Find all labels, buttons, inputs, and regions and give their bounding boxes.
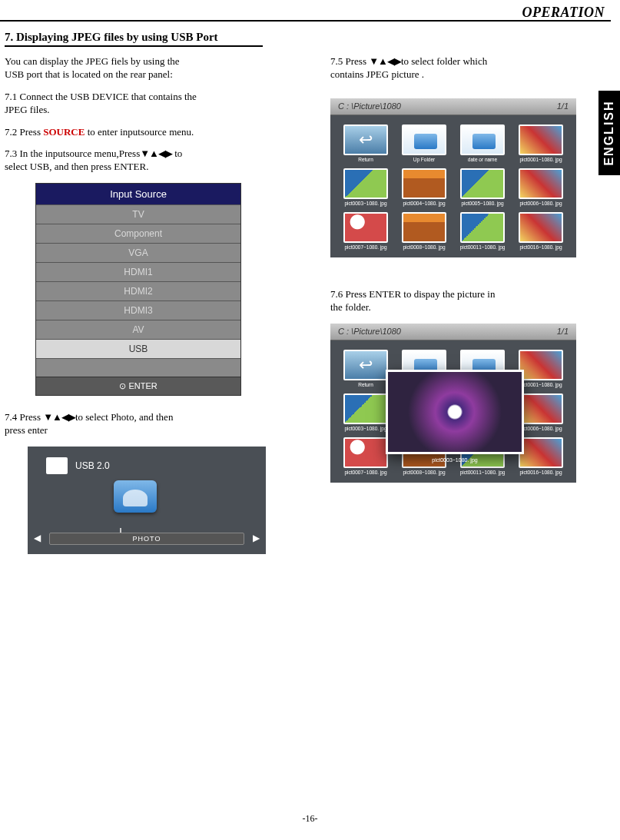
input-source-item-tv[interactable]: TV xyxy=(36,204,240,224)
arrow-keys-icon: ▼▲◀▶ xyxy=(140,148,172,159)
thumbnail[interactable] xyxy=(519,393,563,424)
category-bar-label: PHOTO xyxy=(28,533,266,545)
folder-page-indicator: 1/1 xyxy=(557,101,569,111)
input-source-item-empty xyxy=(36,358,240,377)
arrow-keys-icon: ▼▲◀▶ xyxy=(369,55,401,67)
page-number: -16- xyxy=(0,813,620,825)
image-preview: pict0003~1080. jpg xyxy=(386,370,524,454)
input-source-item-av[interactable]: AV xyxy=(36,320,240,339)
thumbnail[interactable] xyxy=(519,168,563,199)
input-source-item-hdmi3[interactable]: HDMI3 xyxy=(36,300,240,320)
thumbnail[interactable] xyxy=(402,168,446,199)
thumbnail[interactable] xyxy=(343,212,388,243)
left-column: You can display the JPEG fiels by using … xyxy=(5,55,289,554)
input-source-item-vga[interactable]: VGA xyxy=(36,243,240,262)
input-source-item-hdmi1[interactable]: HDMI1 xyxy=(36,262,240,281)
step-7-6: 7.6 Press ENTER to dispay the picture in… xyxy=(330,288,582,314)
input-source-item-hdmi2[interactable]: HDMI2 xyxy=(36,281,240,300)
folder-browser: C : \Picture\1080 1/1 Return Up Folder d… xyxy=(330,98,576,257)
input-source-item-usb[interactable]: USB xyxy=(36,339,240,358)
language-tab: ENGLISH xyxy=(598,91,620,175)
thumbnail[interactable] xyxy=(519,125,563,155)
thumbnail[interactable] xyxy=(343,393,388,424)
input-source-footer: ⊙ ENTER xyxy=(36,377,240,395)
page-title: 7. Displaying JPEG files by using USB Po… xyxy=(5,31,263,47)
folder-browser-path-bar: C : \Picture\1080 1/1 xyxy=(330,324,576,340)
step-7-2: 7.2 Press SOURCE to enter inputsource me… xyxy=(5,126,289,139)
input-source-menu: Input Source TV Component VGA HDMI1 HDMI… xyxy=(35,183,241,396)
folder-browser-path-bar: C : \Picture\1080 1/1 xyxy=(330,98,576,115)
folder-page-indicator: 1/1 xyxy=(557,327,569,336)
folder-path: C : \Picture\1080 xyxy=(338,327,401,336)
arrow-keys-icon: ▼▲◀▶ xyxy=(43,411,75,423)
thumbnail[interactable] xyxy=(460,168,505,199)
step-7-5: 7.5 Press ▼▲◀▶to select folder which con… xyxy=(330,55,582,81)
source-key: SOURCE xyxy=(43,126,85,138)
header-rule xyxy=(0,20,611,22)
usb-photo-panel: USB 2.0 ◀ ▶ PHOTO xyxy=(28,447,266,554)
folder-browser-preview: C : \Picture\1080 1/1 Return pict0001~10… xyxy=(330,324,576,483)
up-folder-button[interactable] xyxy=(402,125,446,155)
thumbnail[interactable] xyxy=(519,437,563,468)
language-tab-label: ENGLISH xyxy=(602,100,616,165)
thumbnail[interactable] xyxy=(402,212,446,243)
image-preview-label: pict0003~1080. jpg xyxy=(388,457,522,463)
sort-button[interactable] xyxy=(460,125,505,155)
thumbnail[interactable] xyxy=(519,212,563,243)
right-column: 7.5 Press ▼▲◀▶to select folder which con… xyxy=(330,55,582,483)
return-button[interactable] xyxy=(343,350,388,380)
folder-path: C : \Picture\1080 xyxy=(338,101,401,111)
usb-label: USB 2.0 xyxy=(75,460,110,471)
photo-folder-icon[interactable] xyxy=(114,480,157,513)
input-source-item-component[interactable]: Component xyxy=(36,224,240,243)
input-source-header: Input Source xyxy=(36,184,240,204)
intro-text: You can display the JPEG fiels by using … xyxy=(5,55,289,81)
thumbnail[interactable] xyxy=(343,437,388,468)
usb-icon xyxy=(46,457,68,474)
return-button[interactable] xyxy=(343,125,388,155)
step-7-4: 7.4 Press ▼▲◀▶to select Photo, and then … xyxy=(5,411,289,437)
thumbnail[interactable] xyxy=(343,168,388,199)
header-section-title: OPERATION xyxy=(522,5,605,21)
thumbnail[interactable] xyxy=(519,350,563,380)
step-7-3: 7.3 In the inputsource menu,Press▼▲◀▶ to… xyxy=(5,148,289,174)
thumbnail[interactable] xyxy=(460,212,505,243)
step-7-1: 7.1 Connect the USB DEVICE that contains… xyxy=(5,91,289,117)
